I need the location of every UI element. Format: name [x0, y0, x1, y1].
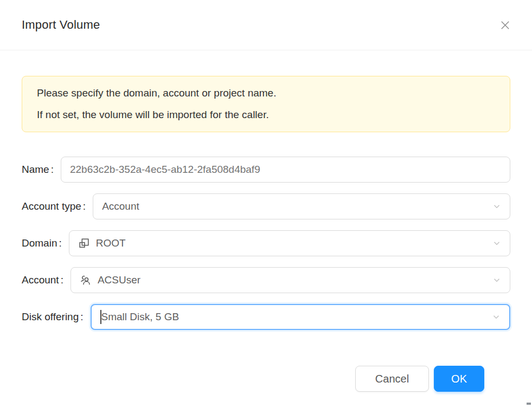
label-colon: : — [61, 274, 63, 286]
block-icon — [78, 237, 90, 249]
domain-label: Domain — [22, 237, 57, 249]
alert-message-line1: Please specify the domain, account or pr… — [37, 82, 495, 104]
label-colon: : — [80, 311, 83, 323]
disk-offering-select[interactable]: Small Disk, 5 GB — [91, 304, 510, 330]
form-row-account-type: Account type : Account — [22, 193, 510, 219]
close-icon — [499, 19, 511, 31]
name-label: Name — [22, 164, 49, 176]
label-colon: : — [83, 200, 86, 212]
modal-title: Import Volume — [22, 18, 100, 32]
chevron-down-icon — [492, 202, 502, 211]
modal-footer: Cancel OK — [22, 341, 510, 392]
account-label: Account — [22, 274, 59, 286]
cancel-button[interactable]: Cancel — [355, 366, 429, 392]
modal-header: Import Volume — [0, 0, 532, 50]
disk-offering-label: Disk offering — [22, 311, 79, 323]
chevron-down-icon — [492, 238, 502, 248]
account-selected-value: ACSUser — [98, 274, 140, 286]
import-volume-modal: Import Volume Please specify the domain,… — [0, 0, 532, 408]
form-row-disk-offering: Disk offering : Small Disk, 5 GB — [22, 304, 510, 330]
modal-body: Please specify the domain, account or pr… — [0, 50, 532, 408]
account-type-selected-value: Account — [102, 200, 139, 212]
close-button[interactable] — [496, 16, 514, 34]
name-input[interactable] — [61, 157, 510, 183]
account-type-label: Account type — [22, 200, 81, 212]
domain-selected-value: ROOT — [96, 237, 126, 249]
chevron-down-icon — [491, 312, 501, 322]
domain-select[interactable]: ROOT — [69, 230, 510, 256]
account-type-select[interactable]: Account — [93, 193, 510, 219]
disk-offering-selected-value: Small Disk, 5 GB — [101, 311, 180, 323]
label-colon: : — [59, 237, 61, 249]
alert-message-line2: If not set, the volume will be imported … — [37, 104, 495, 126]
info-alert: Please specify the domain, account or pr… — [22, 76, 510, 132]
background-scrollbar-fragment — [527, 403, 531, 405]
form-row-account: Account : ACSUser — [22, 267, 510, 293]
form-row-domain: Domain : ROOT — [22, 230, 510, 256]
team-icon — [80, 274, 92, 286]
chevron-down-icon — [492, 275, 502, 285]
ok-button[interactable]: OK — [434, 366, 484, 392]
form-row-name: Name : — [22, 157, 510, 183]
account-select[interactable]: ACSUser — [70, 267, 510, 293]
label-colon: : — [51, 164, 54, 176]
